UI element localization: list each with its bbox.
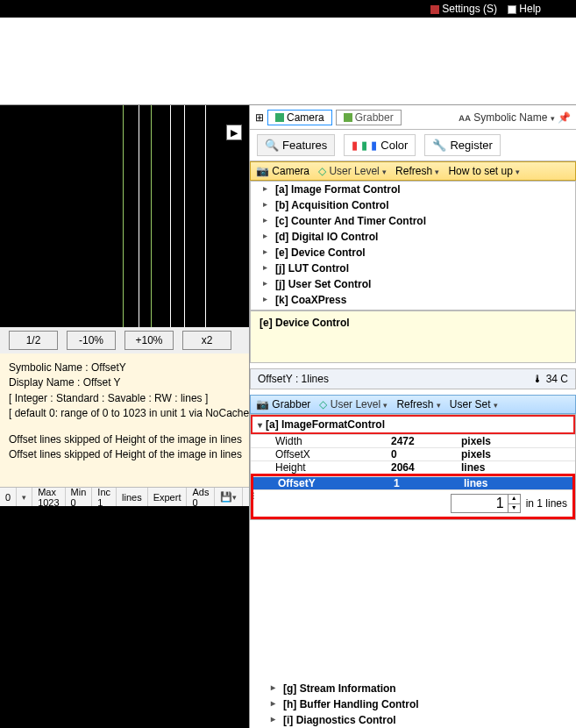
grabber-tree-header[interactable]: [a] ImageFormatControl [251, 415, 575, 434]
tree-node[interactable]: [j] User Set Control [251, 276, 575, 292]
table-row[interactable]: Height2064lines [251, 460, 575, 474]
zoom-dec-button[interactable]: -10% [67, 331, 116, 350]
pin-icon[interactable]: 📌 [558, 111, 571, 124]
zoom-x2-button[interactable]: x2 [182, 331, 231, 350]
save-icon[interactable]: 💾▾ [215, 488, 243, 507]
tree-node[interactable]: [b] Acquisition Control [251, 197, 575, 213]
table-row[interactable]: Width2472pixels [251, 434, 575, 447]
view-tabs: 🔍Features ▮▮▮ Color 🔧Register [250, 130, 576, 161]
menubar: Settings (S) Help [0, 0, 576, 18]
grabber-toolbar-grabber[interactable]: 📷 Grabber [256, 398, 310, 410]
spinner-down[interactable]: ▼ [508, 504, 520, 513]
tab-grabber[interactable]: Grabber [336, 110, 402, 125]
status-level: Expert [148, 488, 188, 507]
expand-button[interactable]: ▶ [226, 125, 242, 140]
zoom-half-button[interactable]: 1/2 [9, 331, 58, 350]
tab-features[interactable]: 🔍Features [257, 134, 335, 156]
property-info: Symbolic Name : OffsetY Display Name : O… [0, 353, 249, 487]
table-row-selected[interactable]: OffsetY1lines [253, 476, 572, 489]
status-bar: 0 ▾ Max 1023 Min 0 Inc 1 lines Expert Ad… [0, 487, 249, 506]
camera-toolbar-refresh[interactable]: Refresh ▾ [395, 165, 439, 177]
selected-row-highlight: OffsetY1lines 1 ▲▼ in 1 lines [251, 474, 575, 519]
status-ads: Ads 0 [187, 488, 215, 507]
status-unit: lines [117, 488, 148, 507]
offset-status-label: OffsetY : 1lines [258, 373, 329, 385]
zoom-inc-button[interactable]: +10% [124, 331, 174, 350]
value-editor: 1 ▲▼ in 1 lines [253, 489, 572, 517]
info-range: [ default 0: range of 0 to 1023 in unit … [9, 406, 240, 421]
table-row[interactable]: OffsetX0pixels [251, 447, 575, 460]
tree-node[interactable]: [h] Buffer Handling Control [250, 696, 576, 712]
ribbon [0, 18, 576, 105]
camera-toolbar-userlevel[interactable]: ◇ User Level ▾ [318, 165, 387, 177]
settings-icon [430, 5, 439, 14]
camera-toolbar-howto[interactable]: How to set up ▾ [448, 165, 520, 177]
value-spinner[interactable]: 1 ▲▼ [451, 494, 521, 513]
tree-node[interactable]: [g] Stream Information [250, 681, 576, 696]
grabber-toolbar-userlevel[interactable]: ◇ User Level ▾ [319, 398, 388, 410]
grabber-toolbar-refresh[interactable]: Refresh ▾ [396, 398, 440, 410]
color-icon: ▮ [352, 139, 358, 152]
window-list-icon[interactable]: ⊞ [255, 111, 264, 124]
tab-color[interactable]: ▮▮▮ Color [344, 134, 416, 156]
grabber-toolbar-userset[interactable]: User Set ▾ [450, 398, 498, 410]
tree-node[interactable]: [d] Digital IO Control [251, 229, 575, 245]
tab-camera[interactable]: Camera [267, 110, 332, 125]
symbolic-name-dropdown[interactable]: ᴀᴀ Symbolic Name ▾ 📌 [459, 111, 571, 124]
grabber-icon [344, 113, 352, 122]
camera-icon [275, 113, 284, 122]
status-inc: Inc 1 [92, 488, 117, 507]
grabber-bottom-tree[interactable]: [g] Stream Information [h] Buffer Handli… [250, 681, 576, 728]
register-icon: 🔧 [432, 139, 446, 152]
spinner-suffix: in 1 lines [526, 497, 567, 510]
tree-node[interactable]: [e] Device Control [251, 245, 575, 261]
status-value: 0 [0, 488, 17, 507]
status-min: Min 0 [66, 488, 93, 507]
tree-node[interactable]: [a] Image Format Control [251, 182, 575, 197]
tab-register[interactable]: 🔧Register [424, 134, 500, 156]
info-symbolic-name: Symbolic Name : OffsetY [9, 360, 240, 375]
tree-node[interactable]: [c] Counter And Timer Control [251, 213, 575, 229]
grabber-toolbar: 📷 Grabber ◇ User Level ▾ Refresh ▾ User … [250, 395, 576, 414]
tree-node[interactable]: [j] LUT Control [251, 261, 575, 276]
section-title: [e] Device Control [250, 310, 576, 363]
temperature: 🌡 34 C [532, 373, 568, 385]
preview-bottom [0, 506, 249, 728]
help-icon [508, 5, 516, 14]
offset-status: OffsetY : 1lines 🌡 34 C [250, 368, 576, 389]
spinner-up[interactable]: ▲ [508, 495, 520, 504]
device-tabs: ⊞ Camera Grabber ᴀᴀ Symbolic Name ▾ 📌 [250, 105, 576, 130]
grabber-feature-tree[interactable]: [a] ImageFormatControl Width2472pixels O… [250, 414, 576, 520]
camera-feature-tree[interactable]: [a] Image Format Control [b] Acquisition… [250, 181, 576, 310]
info-display-name: Display Name : Offset Y [9, 375, 240, 390]
help-menu[interactable]: Help [508, 3, 541, 15]
status-max: Max 1023 [32, 488, 65, 507]
camera-toolbar: 📷 Camera ◇ User Level ▾ Refresh ▾ How to… [250, 161, 576, 181]
camera-toolbar-camera[interactable]: 📷 Camera [256, 165, 309, 177]
tree-node[interactable]: [i] Diagnostics Control [250, 712, 576, 728]
status-dropdown[interactable]: ▾ [17, 488, 32, 507]
info-desc2: Offset lines skipped of Height of the im… [9, 447, 240, 462]
features-icon: 🔍 [265, 139, 279, 152]
tree-node[interactable]: [k] CoaXPress [251, 292, 575, 308]
settings-menu[interactable]: Settings (S) [430, 3, 497, 15]
zoom-toolbar: 1/2 -10% +10% x2 [0, 327, 249, 353]
image-preview[interactable]: ▶ [0, 105, 249, 327]
info-type: [ Integer : Standard : Savable : RW : li… [9, 391, 240, 406]
spinner-value[interactable]: 1 [452, 495, 508, 512]
info-desc: Offset lines skipped of Height of the im… [9, 432, 240, 447]
